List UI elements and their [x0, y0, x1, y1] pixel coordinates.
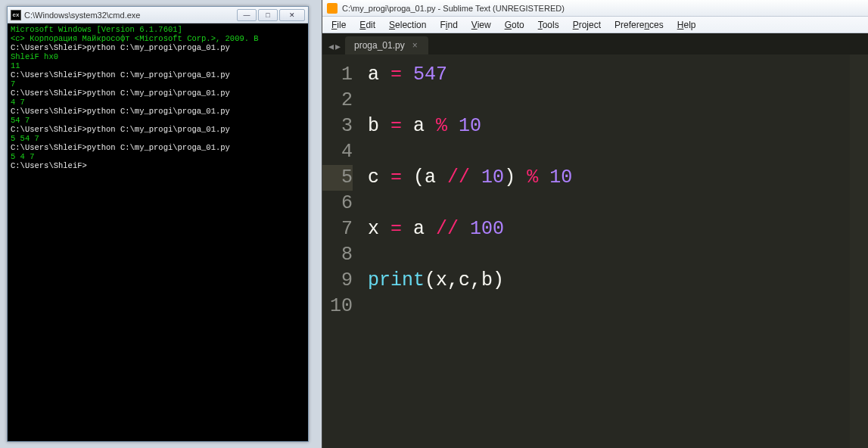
minimap[interactable]: [850, 54, 868, 448]
tab-label: proga_01.py: [354, 40, 405, 51]
cmd-line: Microsoft Windows [Version 6.1.7601]: [11, 25, 305, 34]
cmd-line: C:\Users\ShleiF>python C:\my_progi\proga…: [11, 143, 305, 152]
line-number: 10: [322, 294, 353, 319]
cmd-title: C:\Windows\system32\cmd.exe: [24, 7, 234, 23]
code-line[interactable]: a = 547: [368, 62, 868, 88]
menu-help[interactable]: Help: [671, 18, 702, 32]
cmd-line: 54 7: [11, 116, 305, 125]
code-line[interactable]: c = (a // 10) % 10: [368, 165, 868, 191]
code-line[interactable]: x = a // 100: [368, 216, 868, 242]
sublime-title: C:\my_progi\proga_01.py - Sublime Text (…: [342, 4, 565, 13]
cmd-line: C:\Users\ShleiF>: [11, 161, 305, 170]
cmd-line: 7: [11, 79, 305, 89]
menu-preferences[interactable]: Preferences: [608, 18, 670, 32]
sublime-app-icon: [327, 3, 338, 14]
code-line[interactable]: [368, 242, 868, 268]
cmd-line: C:\Users\ShleiF>python C:\my_progi\proga…: [11, 43, 305, 52]
maximize-button[interactable]: □: [258, 9, 278, 21]
line-number: 9: [322, 268, 353, 294]
code-line[interactable]: [368, 139, 868, 165]
cmd-line: 11: [11, 61, 305, 70]
menu-tools[interactable]: Tools: [532, 18, 565, 32]
line-number: 2: [322, 88, 353, 114]
menu-file[interactable]: File: [325, 18, 352, 32]
tab-prev-icon[interactable]: ◂: [328, 41, 334, 51]
minimize-button[interactable]: —: [237, 9, 257, 21]
menubar: FileEditSelectionFindViewGotoToolsProjec…: [322, 17, 868, 33]
cmd-line: C:\Users\ShleiF>python C:\my_progi\proga…: [11, 89, 305, 98]
code-line[interactable]: print(x,c,b): [368, 268, 868, 294]
code-line[interactable]: [368, 191, 868, 216]
code-area[interactable]: a = 547b = a % 10c = (a // 10) % 10x = a…: [363, 54, 868, 448]
cmd-line: 5 4 7: [11, 152, 305, 161]
menu-edit[interactable]: Edit: [353, 18, 381, 32]
cmd-line: 4 7: [11, 98, 305, 107]
code-line[interactable]: [368, 88, 868, 114]
line-number: 3: [322, 114, 353, 139]
cmd-line: C:\Users\ShleiF>python C:\my_progi\proga…: [11, 125, 305, 134]
tab-next-icon[interactable]: ▸: [335, 41, 341, 51]
menu-goto[interactable]: Goto: [499, 18, 530, 32]
tab-row: ◂ ▸ proga_01.py ×: [322, 33, 868, 54]
code-line[interactable]: [368, 294, 868, 319]
menu-view[interactable]: View: [465, 18, 497, 32]
sublime-titlebar[interactable]: C:\my_progi\proga_01.py - Sublime Text (…: [322, 0, 868, 17]
cmd-line: <c> Корпорация Майкрософт <Microsoft Cor…: [11, 34, 305, 43]
cmd-line: 5 54 7: [11, 134, 305, 143]
line-number: 5: [322, 165, 353, 191]
cmd-line: ShleiF hx0: [11, 52, 305, 61]
line-number: 1: [322, 62, 353, 88]
sublime-window: C:\my_progi\proga_01.py - Sublime Text (…: [322, 0, 868, 448]
cmd-app-icon: ex: [11, 10, 21, 20]
menu-project[interactable]: Project: [567, 18, 607, 32]
menu-find[interactable]: Find: [434, 18, 463, 32]
line-number: 6: [322, 191, 353, 216]
tab-file[interactable]: proga_01.py ×: [345, 36, 428, 54]
line-number: 4: [322, 139, 353, 165]
cmd-line: C:\Users\ShleiF>python C:\my_progi\proga…: [11, 70, 305, 79]
close-button[interactable]: ✕: [279, 9, 305, 21]
line-gutter: 12345678910: [322, 54, 363, 448]
line-number: 8: [322, 242, 353, 268]
tab-close-icon[interactable]: ×: [412, 40, 418, 51]
code-line[interactable]: b = a % 10: [368, 114, 868, 139]
cmd-titlebar[interactable]: ex C:\Windows\system32\cmd.exe — □ ✕: [8, 7, 308, 23]
menu-selection[interactable]: Selection: [383, 18, 432, 32]
cmd-line: C:\Users\ShleiF>python C:\my_progi\proga…: [11, 107, 305, 116]
line-number: 7: [322, 216, 353, 242]
editor-area[interactable]: 12345678910 a = 547b = a % 10c = (a // 1…: [322, 54, 868, 448]
cmd-output-area[interactable]: Microsoft Windows [Version 6.1.7601]<c> …: [8, 23, 308, 441]
cmd-window: ex C:\Windows\system32\cmd.exe — □ ✕ Mic…: [7, 6, 309, 442]
